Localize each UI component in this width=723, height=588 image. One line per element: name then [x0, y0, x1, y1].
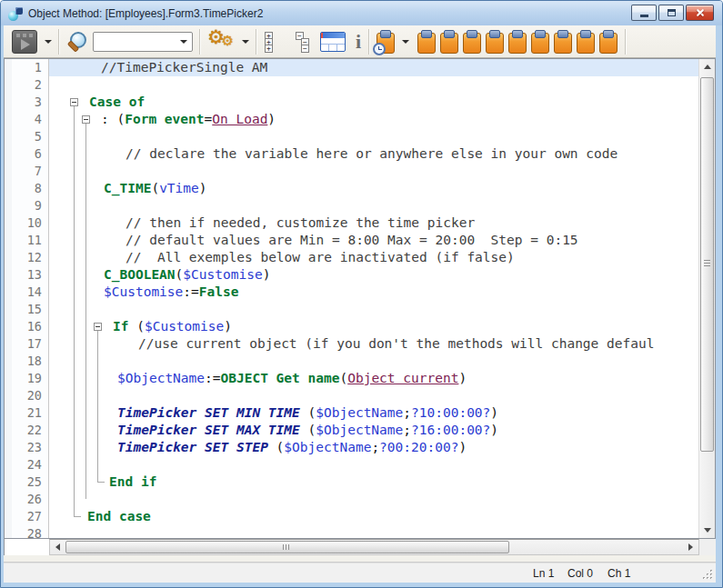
minimize-button[interactable] — [631, 5, 657, 21]
clipboard-button-3[interactable] — [462, 29, 482, 55]
code-line[interactable] — [49, 456, 698, 473]
code-line[interactable] — [49, 525, 698, 538]
close-icon — [695, 7, 706, 18]
code-token: ) — [199, 181, 207, 195]
vertical-scrollbar-track[interactable] — [699, 75, 715, 523]
clipboard-history-dropdown-arrow-icon[interactable] — [402, 40, 409, 44]
code-token: ; — [371, 440, 379, 454]
clipboard-history-button[interactable] — [376, 29, 396, 55]
code-line[interactable] — [49, 163, 698, 180]
scroll-up-button[interactable] — [699, 59, 715, 75]
collapse-all-button[interactable] — [291, 30, 311, 53]
code-line[interactable]: End if — [49, 473, 698, 491]
code-token: Object current — [347, 371, 458, 385]
scrollbar-corner — [699, 539, 716, 555]
clock-icon — [373, 43, 386, 55]
code-token: Case of — [89, 95, 145, 109]
expand-all-icon — [264, 31, 282, 52]
search-button[interactable] — [65, 29, 89, 55]
scroll-right-button[interactable] — [683, 540, 698, 554]
code-line[interactable]: C_BOOLEAN($Customise) — [49, 266, 698, 284]
scrollbar-grip-icon — [283, 544, 291, 550]
clipboard-button-8[interactable] — [576, 29, 596, 55]
fold-toggle-icon[interactable] — [94, 323, 102, 331]
clipboard-button-6[interactable] — [530, 29, 550, 55]
method-properties-button[interactable] — [319, 31, 346, 53]
code-token: On Load — [212, 112, 267, 126]
code-line[interactable]: $Customise:=False — [49, 284, 698, 301]
code-lines[interactable]: //TimePickerSingle AMCase of: (Form even… — [49, 59, 698, 538]
gutter-numbers: 1234567891011121314151617181920212223242… — [12, 59, 49, 538]
code-token: := — [183, 284, 198, 299]
fold-toggle-icon[interactable] — [70, 98, 78, 106]
information-button[interactable] — [355, 30, 362, 54]
clipboard-button-1[interactable] — [417, 29, 437, 55]
execute-method-button[interactable] — [11, 29, 38, 55]
code-token: ) — [224, 319, 232, 334]
execute-dropdown-arrow-icon[interactable] — [45, 40, 52, 44]
code-line[interactable]: C_TIME(vTime) — [49, 180, 698, 197]
code-line[interactable] — [49, 76, 698, 94]
code-line[interactable]: $ObjectName:=OBJECT Get name(Object curr… — [49, 370, 698, 387]
expand-all-button[interactable] — [263, 30, 283, 53]
code-line[interactable] — [49, 353, 698, 370]
code-line[interactable] — [49, 197, 698, 214]
clipboard-button-4[interactable] — [485, 29, 505, 55]
search-combobox[interactable] — [93, 32, 193, 52]
scroll-left-button[interactable] — [50, 540, 65, 554]
macros-dropdown-arrow-icon[interactable] — [242, 40, 249, 44]
run-icon — [12, 30, 37, 54]
code-line[interactable]: // declare the variable here or anywhere… — [49, 145, 698, 163]
code-token: // declare the variable here or anywhere… — [126, 146, 618, 161]
horizontal-scrollbar[interactable] — [49, 539, 699, 555]
code-line[interactable]: // default values are Min = 8:00 Max = 2… — [49, 232, 698, 249]
window-title: Object Method: [Employees].Form3.TimePic… — [28, 7, 263, 20]
clipboard-button-2[interactable] — [439, 29, 459, 55]
fold-guide-line — [74, 106, 75, 516]
info-icon — [356, 31, 361, 53]
fold-toggle-icon[interactable] — [82, 115, 90, 124]
titlebar[interactable]: Object Method: [Employees].Form3.TimePic… — [1, 1, 722, 25]
code-line[interactable] — [49, 128, 698, 145]
code-line[interactable]: // then if needed, customize the time pi… — [49, 214, 698, 232]
code-line[interactable]: TimePicker SET MAX TIME ($ObjectName;?16… — [49, 422, 698, 439]
code-line[interactable] — [49, 491, 698, 508]
code-line[interactable]: //use current object (if you don't the m… — [49, 335, 698, 353]
code-token: ) — [267, 112, 276, 126]
code-token: ) — [490, 423, 498, 437]
code-line[interactable]: TimePicker SET MIN TIME ($ObjectName;?10… — [49, 404, 698, 422]
code-line[interactable]: TimePicker SET STEP ($ObjectName;?00:20:… — [49, 439, 698, 456]
code-line[interactable]: End case — [49, 508, 698, 525]
macros-button[interactable] — [206, 28, 236, 55]
vertical-scrollbar[interactable] — [698, 59, 715, 538]
resize-grip-icon[interactable] — [702, 569, 714, 581]
scroll-down-button[interactable] — [699, 523, 715, 538]
code-line[interactable]: : (Form event=On Load) — [49, 111, 698, 128]
close-button[interactable] — [686, 5, 714, 21]
code-token: False — [199, 284, 239, 299]
vertical-scrollbar-thumb[interactable] — [700, 77, 714, 452]
code-line[interactable]: //TimePickerSingle AM — [49, 59, 698, 76]
toolbar-separator — [368, 29, 369, 55]
breakpoint-gutter[interactable] — [5, 59, 12, 538]
code-line[interactable]: If ($Customise) — [49, 318, 698, 335]
line-number: 11 — [12, 232, 48, 249]
code-token: C_BOOLEAN — [104, 267, 176, 282]
code-line[interactable]: Case of — [49, 94, 698, 111]
code-token: ( — [151, 181, 159, 195]
code-line[interactable] — [49, 301, 698, 318]
code-token: $Customise — [145, 319, 224, 334]
clipboard-icon — [554, 33, 572, 54]
clipboard-icon — [486, 33, 504, 54]
code-line[interactable] — [49, 387, 698, 404]
clipboard-icon — [577, 33, 595, 54]
clipboard-button-5[interactable] — [507, 29, 527, 55]
horizontal-scrollbar-track[interactable] — [65, 540, 683, 554]
horizontal-scrollbar-thumb[interactable] — [65, 541, 509, 553]
code-line[interactable]: // All exemples below are inactivated (i… — [49, 249, 698, 266]
maximize-button[interactable] — [658, 5, 684, 21]
clipboard-button-9[interactable] — [598, 29, 618, 55]
status-character: Ch 1 — [608, 567, 630, 580]
clipboard-button-7[interactable] — [553, 29, 573, 55]
fold-guide-line — [85, 124, 86, 499]
